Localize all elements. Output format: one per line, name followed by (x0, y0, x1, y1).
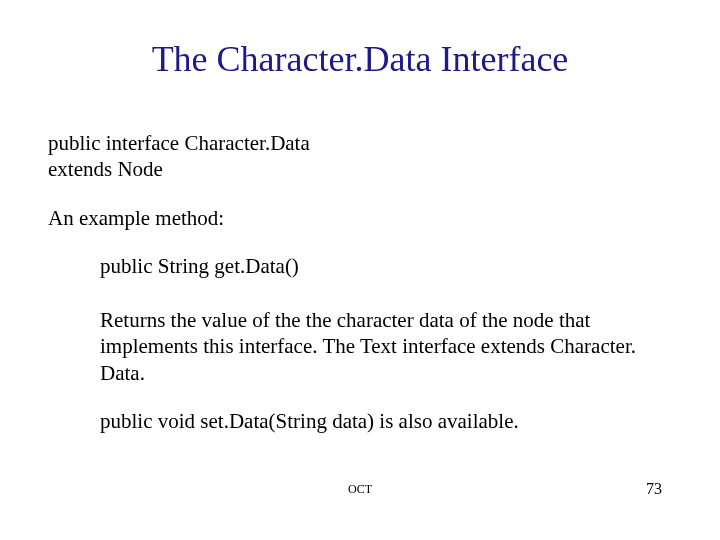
page-number: 73 (646, 480, 662, 498)
example-intro: An example method: (48, 205, 672, 231)
decl-line-2: extends Node (48, 156, 672, 182)
footer-label: OCT (0, 482, 720, 497)
setdata-note: public void set.Data(String data) is als… (100, 408, 672, 434)
method-signature: public String get.Data() (100, 253, 672, 279)
method-description: Returns the value of the the character d… (100, 307, 672, 386)
decl-line-1: public interface Character.Data (48, 130, 672, 156)
slide-title: The Character.Data Interface (0, 38, 720, 80)
slide: The Character.Data Interface public inte… (0, 0, 720, 540)
slide-body: public interface Character.Data extends … (48, 130, 672, 434)
interface-declaration: public interface Character.Data extends … (48, 130, 672, 183)
